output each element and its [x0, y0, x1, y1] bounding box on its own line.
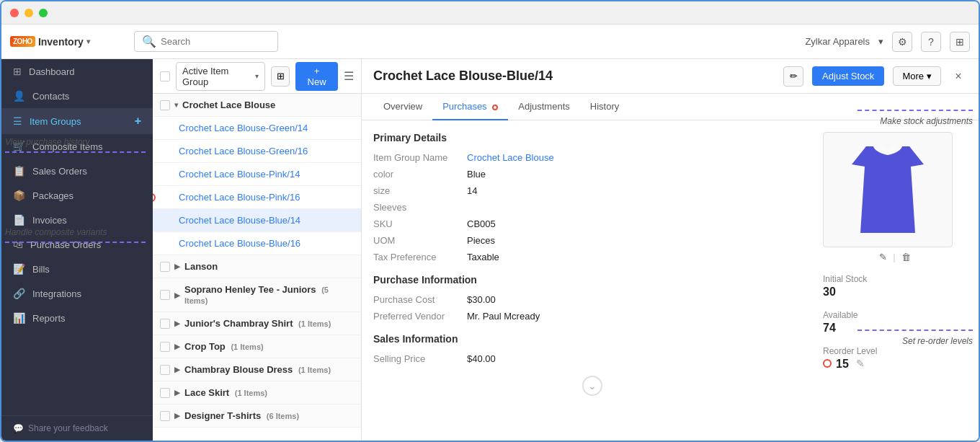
sidebar-item-invoices[interactable]: 📄 Invoices — [1, 208, 153, 232]
item-groups-icon: ☰ — [13, 115, 22, 127]
close-window-btn[interactable] — [10, 9, 19, 17]
list-item[interactable]: ▶ Chambray Blouse Dress (1 Items) — [153, 358, 361, 381]
list-item[interactable]: Crochet Lace Blouse-Pink/14 — [153, 163, 361, 186]
list-item[interactable]: Crochet Lace Blouse-Green/14 — [153, 117, 361, 140]
settings-btn[interactable]: ⚙ — [892, 32, 912, 52]
list-item[interactable]: ▶ Junior's Chambray Shirt (1 Items) — [153, 312, 361, 335]
sidebar-item-integrations[interactable]: 🔗 Integrations — [1, 281, 153, 306]
sidebar-item-packages[interactable]: 📦 Packages — [1, 183, 153, 208]
edit-image-btn[interactable]: ✎ — [879, 252, 887, 262]
field-label: UOM — [373, 235, 467, 246]
sidebar-label-dashboard: Dashboard — [29, 66, 75, 77]
sidebar-item-item-groups[interactable]: ☰ Item Groups + — [1, 108, 153, 134]
header-right: Zylkar Apparels ▾ ⚙ ? ⊞ — [805, 32, 970, 52]
initial-stock-label: Initial Stock — [823, 274, 967, 284]
sidebar-item-contacts[interactable]: 👤 Contacts — [1, 84, 153, 108]
reorder-label: Reorder Level — [823, 346, 967, 356]
selling-price-value: $40.00 — [467, 353, 496, 364]
list-item[interactable]: Crochet Lace Blouse-Pink/16 — [153, 186, 361, 209]
sidebar-item-sales-orders[interactable]: 📋 Sales Orders — [1, 159, 153, 183]
expand-arrow-icon[interactable]: ▶ — [174, 262, 180, 270]
field-label: Preferred Vendor — [373, 311, 467, 322]
purchase-info-title: Purchase Information — [373, 274, 811, 286]
search-box[interactable]: 🔍 — [134, 31, 278, 52]
minimize-window-btn[interactable] — [24, 9, 33, 17]
field-row: Purchase Cost $30.00 — [373, 294, 811, 305]
filter-dropdown[interactable]: Active Item Group ▾ — [176, 62, 265, 91]
group-checkbox[interactable] — [160, 411, 170, 421]
edit-reorder-btn[interactable]: ✎ — [856, 358, 865, 369]
available-stock-box: Available 74 — [823, 310, 967, 335]
tab-purchases[interactable]: Purchases — [432, 94, 508, 120]
item-list: ▾ Crochet Lace Blouse Crochet Lace Blous… — [153, 94, 361, 441]
tab-adjustments[interactable]: Adjustments — [508, 94, 580, 120]
expand-arrow-icon[interactable]: ▶ — [174, 342, 180, 350]
grid-view-btn[interactable]: ⊞ — [950, 32, 970, 52]
list-item[interactable]: ▶ Lanson — [153, 255, 361, 278]
group-checkbox[interactable] — [160, 319, 170, 329]
sidebar-item-purchase-orders[interactable]: 🛍 Purchase Orders — [1, 232, 153, 257]
group-name: Chambray Blouse Dress (1 Items) — [184, 364, 354, 375]
feedback-icon: 💬 — [13, 423, 24, 433]
list-item[interactable]: ▾ Crochet Lace Blouse — [153, 94, 361, 117]
sidebar-label-bills: Bills — [32, 264, 50, 275]
list-item[interactable]: ▶ Lace Skirt (1 Items) — [153, 381, 361, 405]
filter-icon-btn[interactable]: ⊞ — [271, 66, 290, 87]
list-item[interactable]: Crochet Lace Blouse-Green/16 — [153, 140, 361, 163]
sidebar-item-reports[interactable]: 📊 Reports — [1, 306, 153, 330]
more-btn[interactable]: More ▾ — [893, 66, 941, 86]
initial-stock-value: 30 — [823, 286, 967, 299]
list-item[interactable]: Crochet Lace Blouse-Blue/16 — [153, 232, 361, 255]
tab-history[interactable]: History — [580, 94, 629, 120]
sidebar-label-packages: Packages — [32, 190, 74, 201]
field-label: color — [373, 169, 467, 180]
stock-boxes: Initial Stock 30 Available 74 Reorder Le… — [823, 274, 967, 371]
expand-arrow-icon[interactable]: ▶ — [174, 389, 180, 397]
help-btn[interactable]: ? — [921, 32, 941, 52]
list-item[interactable]: ▶ Soprano Henley Tee - Juniors (5 Items) — [153, 278, 361, 312]
sidebar-item-composite[interactable]: 🛒 Composite Items — [1, 134, 153, 159]
group-checkbox[interactable] — [160, 388, 170, 398]
group-name: Junior's Chambray Shirt (1 Items) — [184, 318, 354, 329]
dashboard-icon: ⊞ — [13, 66, 22, 77]
item-group-name-value[interactable]: Crochet Lace Blouse — [467, 152, 554, 163]
contacts-icon: 👤 — [13, 90, 25, 102]
field-row: Tax Preference Taxable — [373, 252, 811, 262]
add-item-group-btn[interactable]: + — [135, 115, 141, 128]
field-label: Sleeves — [373, 202, 467, 213]
expand-arrow-icon[interactable]: ▶ — [174, 412, 180, 420]
group-checkbox[interactable] — [160, 262, 170, 272]
new-button[interactable]: + New — [295, 62, 338, 91]
delete-image-btn[interactable]: 🗑 — [901, 252, 911, 262]
expand-arrow-icon[interactable]: ▶ — [174, 291, 180, 299]
select-all-checkbox[interactable] — [160, 71, 170, 81]
group-checkbox[interactable] — [160, 100, 170, 110]
list-item[interactable]: ▶ Crop Top (1 Items) — [153, 335, 361, 358]
app-dropdown-arrow[interactable]: ▾ — [86, 37, 90, 45]
maximize-window-btn[interactable] — [39, 9, 48, 17]
group-checkbox[interactable] — [160, 365, 170, 375]
sidebar-feedback[interactable]: 💬 Share your feedback — [1, 415, 153, 441]
filter-label: Active Item Group — [182, 66, 252, 87]
group-checkbox[interactable] — [160, 290, 170, 300]
group-checkbox[interactable] — [160, 342, 170, 352]
list-item[interactable]: ▶ Designer T-shirts (6 Items) — [153, 405, 361, 428]
tax-value: Taxable — [467, 252, 499, 262]
menu-btn[interactable]: ☰ — [344, 69, 354, 83]
available-label: Available — [823, 310, 967, 320]
expand-arrow-icon[interactable]: ▶ — [174, 319, 180, 327]
scroll-indicator: ⌄ — [373, 376, 811, 396]
bills-icon: 📝 — [13, 263, 25, 275]
tab-overview[interactable]: Overview — [373, 94, 432, 120]
expand-arrow-icon[interactable]: ▾ — [174, 101, 178, 109]
edit-item-btn[interactable]: ✏ — [783, 66, 803, 87]
adjust-stock-btn[interactable]: Adjust Stock — [812, 66, 884, 86]
sidebar-item-dashboard[interactable]: ⊞ Dashboard — [1, 59, 153, 84]
list-item[interactable]: Crochet Lace Blouse-Blue/14 — [153, 209, 361, 232]
sidebar-item-bills[interactable]: 📝 Bills — [1, 257, 153, 281]
search-input[interactable] — [161, 36, 270, 47]
field-row: Sleeves — [373, 202, 811, 213]
close-detail-btn[interactable]: × — [950, 68, 967, 85]
user-dropdown-arrow[interactable]: ▾ — [878, 36, 883, 47]
expand-arrow-icon[interactable]: ▶ — [174, 366, 180, 374]
